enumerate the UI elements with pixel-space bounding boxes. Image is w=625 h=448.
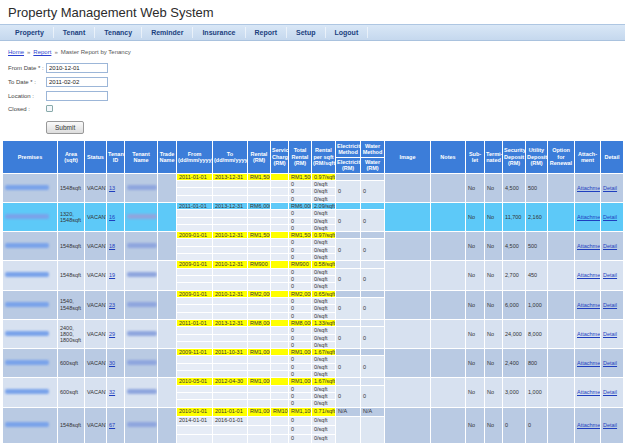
cell-attachment: Attachment [575, 261, 601, 290]
cell-electricity-method [336, 261, 361, 268]
detail-link[interactable]: Detail [603, 389, 617, 395]
tenancy-row-29: 2400, 1800, 1800sqftVACANT292011-01-0120… [3, 319, 624, 326]
cell-utility-deposit: 0 [526, 407, 548, 443]
cell-service-charge [271, 188, 289, 195]
cell-service-charge [271, 261, 289, 268]
nav-item-tenant[interactable]: Tenant [54, 27, 95, 38]
detail-link[interactable]: Detail [603, 243, 617, 249]
cell-image [385, 378, 431, 407]
cell-image [385, 202, 431, 231]
tenancy-id-link[interactable]: 23 [109, 302, 115, 308]
tenancy-id-link[interactable]: 18 [109, 243, 115, 249]
cell-premises[interactable] [3, 173, 58, 202]
nav-item-report[interactable]: Report [246, 27, 288, 38]
breadcrumb-link-home[interactable]: Home [8, 49, 24, 55]
cell-rental-per-sqft: 0/sqft [312, 434, 336, 443]
cell-rental: RM1,000 [248, 407, 271, 416]
cell-water-rm [361, 416, 385, 443]
cell-attachment: Attachment [575, 378, 601, 407]
cell-service-charge [271, 378, 289, 385]
attachment-link[interactable]: Attachment [577, 185, 601, 191]
cell-area: 600sqft [58, 349, 85, 378]
cell-detail: Detail [601, 349, 624, 378]
cell-premises[interactable] [3, 319, 58, 348]
col-terminated: Termi- nated [485, 141, 503, 174]
cell-period-to [213, 305, 248, 312]
cell-premises[interactable] [3, 407, 58, 443]
cell-security-deposit: 4,500 [503, 173, 526, 202]
to-date-input[interactable] [46, 77, 108, 87]
detail-link[interactable]: Detail [603, 360, 617, 366]
cell-rental [248, 356, 271, 363]
detail-link[interactable]: Detail [603, 422, 617, 428]
cell-rental-per-sqft: 0/sqft [312, 312, 336, 319]
nav-item-tenancy[interactable]: Tenancy [95, 27, 142, 38]
cell-water-method: N/A [361, 407, 385, 416]
cell-premises[interactable] [3, 349, 58, 378]
tenancy-id-link[interactable]: 67 [109, 422, 115, 428]
from-date-input[interactable] [46, 63, 108, 73]
detail-link[interactable]: Detail [603, 272, 617, 278]
cell-sub-let: No [466, 202, 485, 231]
cell-period-to [213, 283, 248, 290]
tenancy-id-link[interactable]: 16 [109, 214, 115, 220]
attachment-link[interactable]: Attachment [577, 331, 601, 337]
cell-premises[interactable] [3, 261, 58, 290]
nav-item-insurance[interactable]: Insurance [193, 27, 245, 38]
detail-link[interactable]: Detail [603, 331, 617, 337]
nav-item-logout[interactable]: Logout [326, 27, 369, 38]
cell-trade-name [158, 290, 177, 319]
cell-service-charge [271, 400, 289, 407]
cell-premises[interactable] [3, 378, 58, 407]
attachment-link[interactable]: Attachment [577, 389, 601, 395]
cell-premises[interactable] [3, 232, 58, 261]
detail-link[interactable]: Detail [603, 185, 617, 191]
nav-item-reminder[interactable]: Reminder [142, 27, 193, 38]
tenancy-id-link[interactable]: 29 [109, 331, 115, 337]
attachment-link[interactable]: Attachment [577, 214, 601, 220]
tenancy-row-16: 1320, 1548sqftVACANT162011-01-012013-12-… [3, 202, 624, 209]
attachment-link[interactable]: Attachment [577, 243, 601, 249]
cell-period-from [177, 385, 213, 392]
cell-rental-per-sqft: 0/sqft [312, 297, 336, 304]
cell-utility-deposit: 1,000 [526, 290, 548, 319]
cell-tenant-name [125, 349, 158, 378]
cell-period-from: 2014-01-01 [177, 416, 213, 425]
col-service-charge: Service Charge (RM) [271, 141, 289, 174]
detail-link[interactable]: Detail [603, 302, 617, 308]
attachment-link[interactable]: Attachment [577, 360, 601, 366]
cell-rental: RM900 [248, 261, 271, 268]
cell-total-rental: 0 [289, 425, 312, 434]
attachment-link[interactable]: Attachment [577, 272, 601, 278]
closed-checkbox[interactable] [46, 105, 53, 112]
cell-rental-per-sqft: 0.71/sqft [312, 407, 336, 416]
cell-rental-per-sqft: 0/sqft [312, 254, 336, 261]
nav-item-property[interactable]: Property [6, 27, 54, 38]
tenancy-id-link[interactable]: 30 [109, 360, 115, 366]
cell-image [385, 290, 431, 319]
breadcrumb-link-report[interactable]: Report [33, 49, 51, 55]
cell-image [385, 232, 431, 261]
nav-item-setup[interactable]: Setup [287, 27, 325, 38]
submit-button[interactable]: Submit [46, 121, 84, 134]
cell-attachment: Attachment [575, 407, 601, 443]
tenancy-id-link[interactable]: 13 [109, 185, 115, 191]
cell-period-to: 2010-12-31 [213, 232, 248, 239]
cell-status: VACANT [85, 349, 107, 378]
cell-rental-per-sqft: 1.67/sqft [312, 378, 336, 385]
attachment-link[interactable]: Attachment [577, 302, 601, 308]
cell-premises[interactable] [3, 290, 58, 319]
tenancy-id-link[interactable]: 19 [109, 272, 115, 278]
cell-detail: Detail [601, 290, 624, 319]
location-input[interactable] [46, 91, 108, 101]
cell-tenancy-id: 32 [107, 378, 125, 407]
col-premises: Premises [3, 141, 58, 174]
attachment-link[interactable]: Attachment [577, 422, 601, 428]
cell-premises[interactable] [3, 202, 58, 231]
cell-tenant-name [125, 290, 158, 319]
main-nav: PropertyTenantTenancyReminderInsuranceRe… [0, 24, 625, 41]
detail-link[interactable]: Detail [603, 214, 617, 220]
cell-total-rental: RM1,000 [289, 378, 312, 385]
tenancy-id-link[interactable]: 32 [109, 389, 115, 395]
cell-rental-per-sqft: 0/sqft [312, 276, 336, 283]
